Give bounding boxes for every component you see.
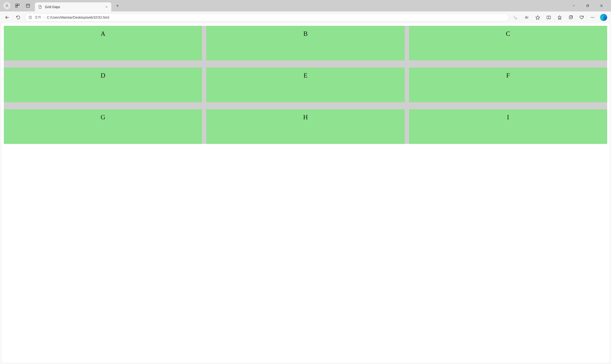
- grid-cell: A: [4, 26, 202, 60]
- new-tab-button[interactable]: [114, 2, 121, 10]
- url-scheme-label: 文件: [35, 15, 41, 20]
- collections-button[interactable]: [566, 13, 575, 22]
- svg-marker-25: [558, 16, 561, 19]
- svg-rect-1: [16, 4, 17, 6]
- favorite-button[interactable]: [533, 13, 542, 22]
- browser-essentials-button[interactable]: [577, 13, 586, 22]
- collections-icon: [568, 15, 573, 20]
- grid-cell: G: [4, 109, 202, 144]
- person-icon: [5, 4, 9, 8]
- reload-icon: [16, 15, 20, 20]
- grid-cell: D: [4, 67, 202, 102]
- info-icon[interactable]: [28, 15, 32, 19]
- url-text: C:/Users/Wamtar/Desktop/web/32/32.html: [47, 15, 109, 19]
- close-icon: [600, 4, 603, 7]
- close-window-button[interactable]: [595, 1, 608, 11]
- translate-button[interactable]: aあ: [511, 13, 520, 22]
- window-controls: [567, 1, 608, 11]
- workspaces-icon: [15, 3, 20, 8]
- titlebar-left: [2, 2, 31, 9]
- grid-cell: E: [206, 67, 404, 102]
- profile-button[interactable]: [3, 2, 11, 9]
- plus-icon: [116, 4, 119, 8]
- arrow-left-icon: [5, 15, 10, 20]
- read-aloud-button[interactable]: [522, 13, 531, 22]
- address-bar[interactable]: 文件 | C:/Users/Wamtar/Desktop/web/32/32.h…: [25, 13, 509, 22]
- svg-text:a: a: [514, 16, 515, 18]
- tab-close-button[interactable]: [105, 5, 108, 8]
- svg-point-33: [592, 17, 593, 18]
- grid-cell: F: [409, 67, 607, 102]
- minimize-button[interactable]: [567, 1, 580, 11]
- active-tab[interactable]: Grid Gaps: [35, 2, 111, 12]
- demo-grid: A B C D E F G H I: [4, 26, 607, 144]
- grid-cell: I: [409, 109, 607, 144]
- star-icon: [535, 15, 540, 20]
- more-icon: [590, 15, 595, 20]
- maximize-button[interactable]: [581, 1, 594, 11]
- tab-title: Grid Gaps: [45, 5, 102, 9]
- svg-rect-12: [587, 5, 588, 7]
- tab-square-icon: [26, 3, 30, 8]
- tab-actions-button[interactable]: [24, 2, 31, 9]
- svg-point-31: [582, 16, 584, 17]
- split-screen-button[interactable]: [544, 13, 553, 22]
- svg-marker-22: [536, 16, 540, 20]
- grid-cell: H: [206, 109, 404, 144]
- favorites-list-button[interactable]: [555, 13, 564, 22]
- url-separator: |: [44, 16, 44, 19]
- back-button[interactable]: [3, 13, 12, 22]
- star-list-icon: [557, 15, 562, 20]
- text-size-icon: [524, 15, 529, 20]
- copilot-icon: [600, 14, 607, 21]
- toolbar: 文件 | C:/Users/Wamtar/Desktop/web/32/32.h…: [0, 12, 611, 23]
- page-content: A B C D E F G H I: [1, 23, 610, 363]
- grid-cell: B: [206, 26, 404, 60]
- close-icon: [105, 5, 108, 8]
- browser-window: Grid Gaps: [0, 0, 611, 364]
- svg-point-34: [594, 17, 594, 18]
- svg-rect-2: [18, 4, 19, 6]
- svg-rect-3: [16, 6, 17, 8]
- titlebar: Grid Gaps: [0, 0, 611, 12]
- split-screen-icon: [546, 15, 551, 20]
- svg-point-0: [6, 4, 7, 6]
- svg-rect-4: [26, 4, 29, 7]
- toolbar-right: aあ: [511, 13, 608, 22]
- grid-cell: C: [409, 26, 607, 60]
- heart-pulse-icon: [579, 15, 584, 20]
- page-icon: [38, 5, 42, 9]
- translate-icon: aあ: [513, 15, 518, 20]
- reload-button[interactable]: [14, 13, 23, 22]
- maximize-icon: [586, 4, 589, 7]
- more-button[interactable]: [588, 13, 597, 22]
- content-shell: A B C D E F G H I: [0, 23, 611, 364]
- workspaces-button[interactable]: [14, 2, 21, 9]
- minimize-icon: [572, 4, 575, 7]
- svg-point-18: [30, 16, 31, 17]
- svg-text:あ: あ: [515, 17, 517, 19]
- svg-point-32: [591, 17, 592, 18]
- copilot-button[interactable]: [599, 13, 608, 22]
